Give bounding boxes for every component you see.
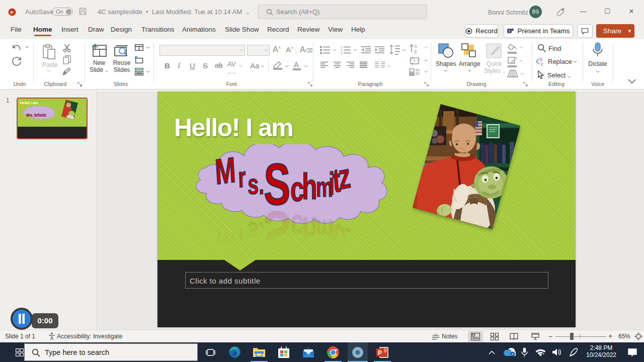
svg-text:Z: Z <box>414 49 417 54</box>
svg-text:T: T <box>413 59 416 63</box>
svg-text:c: c <box>541 61 543 66</box>
svg-text:r: r <box>237 161 247 193</box>
svg-text:T: T <box>509 30 511 33</box>
svg-text:P: P <box>378 349 382 356</box>
svg-text:Mrs. Schmitz: Mrs. Schmitz <box>26 112 46 117</box>
svg-text:h: h <box>302 166 317 207</box>
svg-text:s.: s. <box>248 167 264 200</box>
svg-text:3: 3 <box>341 52 343 54</box>
svg-text:P: P <box>10 10 13 15</box>
svg-text:A: A <box>414 44 417 49</box>
svg-text:M: M <box>214 150 236 192</box>
